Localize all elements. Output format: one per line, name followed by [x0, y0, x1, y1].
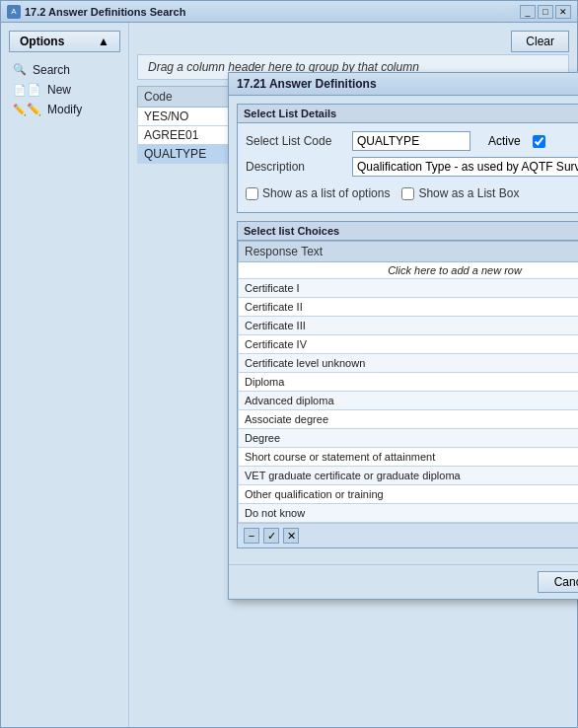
- modal-body: Select List Details Select List Code Act…: [229, 96, 578, 564]
- code-label: Select List Code: [246, 134, 344, 148]
- right-panel: Clear Drag a column header here to group…: [129, 23, 577, 727]
- active-label: Active: [488, 134, 521, 148]
- close-button[interactable]: ✕: [555, 5, 571, 19]
- sidebar-item-new[interactable]: 📄 New: [9, 80, 120, 100]
- choice-row[interactable]: Short course or statement of attainment …: [239, 448, 579, 467]
- window-controls: _ □ ✕: [520, 5, 571, 19]
- choice-text: Other qualification or training: [239, 485, 579, 504]
- clear-button[interactable]: Clear: [511, 31, 569, 52]
- choices-toolbar: − ✓ ✕ ◀ ▶: [238, 523, 578, 547]
- choice-row[interactable]: Certificate I 1 ▲▼: [239, 279, 579, 298]
- modal-title: 17.21 Answer Definitions: [229, 73, 578, 96]
- cell-code: AGREE01: [138, 126, 238, 145]
- active-checkbox[interactable]: [533, 135, 545, 148]
- choice-row[interactable]: Certificate III 3 ▲▼: [239, 317, 579, 335]
- description-input[interactable]: [352, 157, 578, 177]
- choice-text: Degree: [239, 429, 579, 448]
- window-title: 17.2 Answer Definitions Search: [25, 6, 185, 18]
- title-bar: A 17.2 Answer Definitions Search _ □ ✕: [1, 1, 577, 23]
- choice-row[interactable]: VET graduate certificate or graduate dip…: [239, 467, 579, 485]
- add-row-hint: Click here to add a new row: [239, 262, 579, 279]
- choice-row[interactable]: Diploma 6 ▲▼: [239, 373, 579, 392]
- show-list-label: Show as a list of options: [262, 186, 390, 200]
- show-listbox-checkbox[interactable]: [401, 187, 414, 200]
- choice-text: Certificate III: [239, 317, 579, 335]
- code-input[interactable]: [352, 131, 470, 151]
- choice-row[interactable]: Certificate II 2 ▲▼: [239, 298, 579, 317]
- choice-text: Certificate II: [239, 298, 579, 317]
- main-window: A 17.2 Answer Definitions Search _ □ ✕ O…: [0, 0, 578, 728]
- maximize-button[interactable]: □: [538, 5, 553, 19]
- answer-definitions-dialog: 17.21 Answer Definitions Select List Det…: [228, 72, 578, 600]
- col-response-text[interactable]: Response Text: [239, 242, 579, 262]
- show-options-row: Show as a list of options Show as a List…: [246, 182, 578, 204]
- col-code[interactable]: Code: [138, 87, 238, 108]
- show-list-checkbox[interactable]: [246, 187, 258, 200]
- choice-row[interactable]: Degree 9 ▲▼: [239, 429, 579, 448]
- add-row-hint-row[interactable]: Click here to add a new row: [239, 262, 579, 279]
- choice-text: Diploma: [239, 373, 579, 392]
- app-icon: A: [7, 5, 21, 19]
- choice-text: Certificate IV: [239, 335, 579, 354]
- description-label: Description: [246, 160, 344, 174]
- options-button[interactable]: Options ▲: [9, 31, 120, 52]
- choices-table: Response Text Sort Order Click here to a…: [238, 241, 578, 523]
- cell-code: QUALTYPE: [138, 145, 238, 164]
- sidebar-item-label: Modify: [47, 103, 82, 116]
- choice-row[interactable]: Do not know 13 ▲▼: [239, 504, 579, 523]
- add-row-button[interactable]: −: [244, 528, 259, 544]
- choice-row[interactable]: Certificate level unknown 5 ▲▼: [239, 354, 579, 373]
- modify-icon: ✏️: [13, 103, 41, 116]
- confirm-button[interactable]: ✓: [263, 528, 279, 544]
- choice-row[interactable]: Other qualification or training 12 ▲▼: [239, 485, 579, 504]
- minimize-button[interactable]: _: [520, 5, 536, 19]
- description-row: Description: [246, 157, 578, 177]
- choice-text: VET graduate certificate or graduate dip…: [239, 467, 579, 485]
- choice-row[interactable]: Advanced diploma 7 ▲▼: [239, 392, 579, 410]
- choice-text: Associate degree: [239, 410, 579, 429]
- sidebar-item-label: Search: [33, 63, 70, 77]
- section-content-details: Select List Code Active Description: [238, 123, 578, 212]
- new-icon: 📄: [13, 83, 41, 97]
- cell-code: YES/NO: [138, 108, 238, 126]
- choice-text: Certificate I: [239, 279, 579, 298]
- sidebar-item-modify[interactable]: ✏️ Modify: [9, 100, 120, 119]
- sidebar-item-label: New: [47, 83, 71, 97]
- select-list-choices-section: Select list Choices Response Text Sort O…: [237, 221, 578, 548]
- choice-text: Advanced diploma: [239, 392, 579, 410]
- choice-text: Do not know: [239, 504, 579, 523]
- cancel-edit-button[interactable]: ✕: [283, 528, 299, 544]
- show-listbox-label: Show as a List Box: [418, 186, 519, 200]
- search-icon: [13, 63, 27, 77]
- choice-row[interactable]: Associate degree 8 ▲▼: [239, 410, 579, 429]
- chevron-up-icon: ▲: [98, 35, 109, 48]
- section-title-choices: Select list Choices: [238, 222, 578, 241]
- sidebar: Options ▲ Search 📄 New ✏️ Modify: [1, 23, 129, 727]
- code-row: Select List Code Active: [246, 131, 578, 151]
- main-content: Options ▲ Search 📄 New ✏️ Modify Clear: [1, 23, 577, 727]
- choice-text: Certificate level unknown: [239, 354, 579, 373]
- cancel-button[interactable]: Cancel: [538, 571, 578, 593]
- choice-row[interactable]: Certificate IV 4 ▲▼: [239, 335, 579, 354]
- dialog-footer: Cancel OK: [229, 564, 578, 599]
- choice-text: Short course or statement of attainment: [239, 448, 579, 467]
- sidebar-item-search[interactable]: Search: [9, 60, 120, 80]
- section-title-details: Select List Details: [238, 105, 578, 123]
- select-list-details-section: Select List Details Select List Code Act…: [237, 104, 578, 213]
